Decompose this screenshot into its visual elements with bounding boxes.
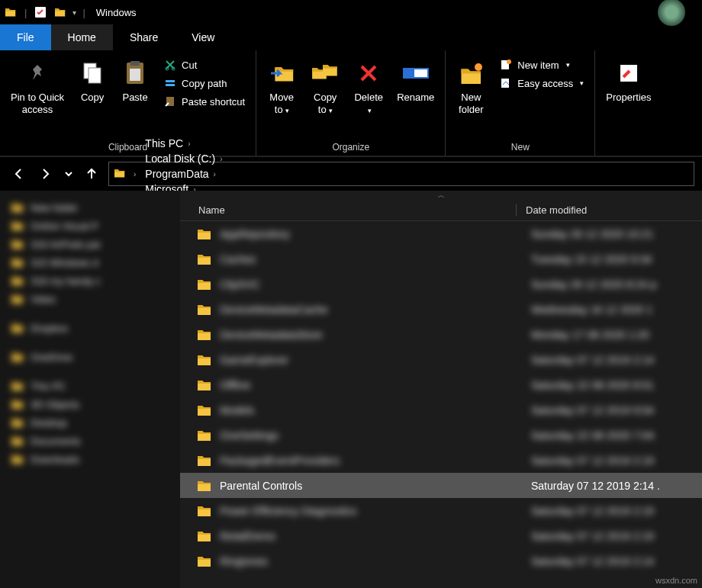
qat-dropdown[interactable]: ▾: [72, 8, 76, 17]
list-item[interactable]: OfflineSaturday 22 08 2020 8:51: [180, 372, 702, 397]
paste-icon: [124, 59, 147, 87]
paste-shortcut-icon: [163, 95, 177, 108]
sidebar-item[interactable]: 316 AirPods pai: [5, 235, 176, 253]
sidebar-item[interactable]: New folder: [5, 198, 176, 217]
folder-icon: [197, 429, 212, 442]
folder-icon: [197, 504, 212, 518]
copy-to-button[interactable]: Copy to▾: [305, 53, 345, 120]
list-item[interactable]: DeviceMetadataCacheWednesday 16 12 2020 …: [180, 297, 702, 322]
paste-shortcut-button[interactable]: Paste shortcut: [159, 93, 250, 110]
list-item[interactable]: DeviceMetadataStoreMonday 17 08 2020 1:2…: [180, 322, 702, 347]
svg-point-13: [475, 63, 482, 71]
rename-button[interactable]: Rename: [392, 53, 439, 107]
folder-icon: [197, 378, 212, 392]
list-item[interactable]: RetailDemoSaturday 07 12 2019 2:19: [180, 523, 702, 548]
list-item[interactable]: Parental ControlsSaturday 07 12 2019 2:1…: [180, 473, 702, 498]
user-avatar[interactable]: [658, 0, 685, 26]
folder-icon: [197, 303, 212, 316]
list-item[interactable]: Power Efficiency DiagnosticsSaturday 07 …: [180, 498, 702, 523]
rename-icon: [402, 64, 430, 82]
breadcrumb-item[interactable]: This PC›: [142, 136, 225, 151]
sidebar-item[interactable]: Dropbox: [5, 319, 176, 337]
sidebar-item[interactable]: This PC: [5, 377, 176, 395]
folder-icon: [197, 227, 212, 241]
list-item[interactable]: OneSettingsSaturday 22 08 2020 7:04: [180, 423, 702, 448]
ribbon: Pin to Quick access Copy Paste Cut Copy …: [0, 50, 702, 157]
separator: |: [24, 7, 27, 18]
new-item-button[interactable]: New item▾: [494, 56, 588, 73]
delete-button[interactable]: Delete▾: [349, 53, 388, 120]
svg-rect-9: [166, 84, 175, 86]
list-item[interactable]: AppRepositorySunday 26 12 2020 10:21: [180, 221, 702, 246]
sidebar-item[interactable]: Online Visual P: [5, 217, 176, 235]
new-folder-icon: [457, 61, 485, 85]
ribbon-tabs: File Home Share View: [0, 24, 702, 50]
folder-icon: [197, 328, 212, 342]
sidebar-item[interactable]: Video: [5, 290, 176, 308]
folder-icon: [53, 5, 68, 20]
list-item[interactable]: PackagedEventProvidersSaturday 07 12 201…: [180, 448, 702, 473]
tab-share[interactable]: Share: [113, 24, 175, 50]
pin-to-quick-access-button[interactable]: Pin to Quick access: [6, 53, 69, 120]
folder-icon: [197, 529, 212, 543]
separator: |: [82, 7, 85, 18]
svg-point-15: [507, 59, 511, 64]
easy-access-button[interactable]: Easy access▾: [494, 75, 588, 92]
sidebar-item[interactable]: Downloads: [5, 450, 176, 468]
svg-rect-2: [89, 68, 101, 83]
list-item[interactable]: ModelsSaturday 07 12 2019 9:54: [180, 397, 702, 423]
watermark: wsxdn.com: [655, 576, 697, 585]
navigation-pane[interactable]: New folderOnline Visual P316 AirPods pai…: [0, 191, 180, 588]
address-bar[interactable]: › This PC›Local Disk (C:)›ProgramData›Mi…: [108, 162, 694, 186]
sidebar-item[interactable]: 315 Windows d: [5, 253, 176, 272]
window-title: Windows: [96, 7, 137, 18]
new-folder-button[interactable]: New folder: [452, 53, 490, 120]
breadcrumb-item[interactable]: Local Disk (C:)›: [142, 151, 225, 166]
svg-rect-12: [404, 69, 414, 78]
column-header-name[interactable]: Name: [180, 204, 516, 216]
recent-locations-button[interactable]: [63, 163, 75, 185]
group-open: Properties: [595, 50, 662, 156]
back-button[interactable]: [8, 163, 29, 185]
tab-file[interactable]: File: [0, 24, 51, 50]
copy-path-button[interactable]: Copy path: [159, 75, 250, 92]
svg-rect-5: [130, 69, 140, 81]
group-label-organize: Organize: [262, 140, 439, 154]
content-pane: ︿ Name Date modified AppRepositorySunday…: [180, 191, 702, 588]
navbar: › This PC›Local Disk (C:)›ProgramData›Mi…: [0, 157, 702, 191]
chevron-down-icon: ▾: [368, 107, 372, 114]
tab-home[interactable]: Home: [51, 24, 113, 50]
tab-view[interactable]: View: [175, 24, 231, 50]
column-header-date[interactable]: Date modified: [516, 204, 702, 216]
breadcrumb-item[interactable]: ProgramData›: [142, 166, 225, 182]
list-item[interactable]: RingtonesSaturday 07 12 2019 2:14: [180, 548, 702, 574]
chevron-down-icon: ▾: [580, 79, 584, 87]
checklist-icon[interactable]: [33, 5, 48, 20]
forward-button[interactable]: [35, 163, 56, 185]
list-item[interactable]: ClipSVCSunday 26 12 2020 8:24 p: [180, 272, 702, 297]
list-item[interactable]: GameExplorerSaturday 07 12 2019 2:14: [180, 347, 702, 372]
chevron-down-icon: ▾: [329, 107, 333, 114]
sidebar-item[interactable]: OneDrive: [5, 348, 176, 366]
pin-icon: [26, 62, 49, 85]
properties-button[interactable]: Properties: [601, 53, 655, 107]
folder-icon: [197, 353, 212, 367]
crumb-root-arrow[interactable]: ›: [129, 169, 139, 180]
chevron-down-icon: ▾: [566, 61, 570, 69]
up-button[interactable]: [81, 163, 102, 185]
move-to-button[interactable]: Move to▾: [262, 53, 301, 120]
copy-button[interactable]: Copy: [73, 53, 111, 107]
easy-access-icon: [499, 76, 513, 90]
sidebar-item[interactable]: Desktop: [5, 413, 176, 432]
sidebar-item[interactable]: 3D Objects: [5, 395, 176, 413]
sidebar-item[interactable]: Documents: [5, 432, 176, 450]
column-headers: Name Date modified: [180, 200, 702, 221]
group-organize: Move to▾ Copy to▾ Delete▾ Rename Organiz…: [256, 50, 446, 156]
sidebar-item[interactable]: 316 my handy c: [5, 272, 176, 290]
paste-button[interactable]: Paste: [116, 53, 154, 107]
folder-icon: [197, 479, 212, 493]
properties-icon: [617, 62, 640, 85]
group-new: New folder New item▾ Easy access▾ New: [446, 50, 595, 156]
cut-button[interactable]: Cut: [159, 56, 250, 73]
list-item[interactable]: CachesTuesday 15 12 2020 9:34: [180, 246, 702, 272]
